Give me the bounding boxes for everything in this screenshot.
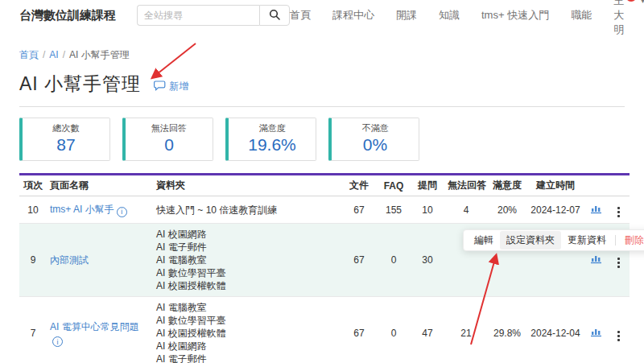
context-menu-item[interactable]: 刪除	[618, 231, 644, 250]
chart-stats-button[interactable]	[590, 327, 602, 337]
table-header-row: 項次頁面名稱資料夾文件FAQ提問無法回答滿意度建立時間	[19, 175, 630, 196]
stat-value: 19.6%	[229, 134, 316, 155]
notification-badge: 2	[625, 0, 637, 2]
nav-item[interactable]: 首頁	[290, 8, 311, 23]
cell-folders: AI 電腦教室AI 數位學習平臺AI 校園授權軟體AI 校園網路AI 電子郵件	[153, 297, 341, 363]
cell-faq: 155	[377, 196, 411, 224]
table-row: 10tms+ AI 小幫手i快速入門 ~ 10 倍速教育訓練6715510420…	[19, 196, 630, 224]
page-name-link[interactable]: 內部測試	[50, 254, 89, 266]
table-row: 7AI 電算中心常見問題iAI 電腦教室AI 數位學習平臺AI 校園授權軟體AI…	[19, 297, 630, 363]
chat-bubble-icon	[154, 80, 166, 93]
column-header: 提問	[411, 175, 444, 196]
stat-card: 總次數87	[19, 118, 110, 161]
breadcrumb: 首頁/AI/AI 小幫手管理	[19, 48, 625, 62]
nav-item[interactable]: 開課	[396, 8, 417, 23]
chart-stats-button[interactable]	[590, 254, 602, 264]
column-header: 建立時間	[526, 175, 584, 196]
row-menu-button[interactable]	[614, 329, 623, 343]
folder-name: AI 電腦教室	[156, 254, 338, 266]
stat-card: 滿意度19.6%	[225, 118, 316, 161]
site-search	[137, 5, 290, 26]
folder-name: AI 校園網路	[156, 228, 338, 241]
breadcrumb-link[interactable]: 首頁	[19, 49, 39, 60]
stat-card: 無法回答0	[122, 118, 213, 161]
column-header: 滿意度	[488, 175, 526, 196]
cell-index: 7	[19, 297, 47, 363]
nav-item[interactable]: tms+ 快速入門	[481, 8, 549, 23]
page-title: AI 小幫手管理	[19, 72, 141, 97]
assistant-table-wrap: 項次頁面名稱資料夾文件FAQ提問無法回答滿意度建立時間 10tms+ AI 小幫…	[19, 173, 630, 363]
cell-questions: 10	[411, 196, 444, 224]
cell-chart	[584, 297, 607, 363]
stat-label: 滿意度	[229, 122, 316, 134]
context-menu-item[interactable]: 設定資料夾	[500, 231, 561, 250]
breadcrumb-current: AI 小幫手管理	[69, 49, 130, 60]
column-header: 項次	[19, 175, 47, 196]
row-menu-button[interactable]	[614, 256, 623, 270]
cell-questions: 47	[411, 297, 444, 363]
nav-item[interactable]: 知識	[439, 8, 460, 23]
cell-index: 10	[19, 196, 47, 224]
info-icon[interactable]: i	[52, 336, 63, 347]
cell-page-name: 內部測試	[47, 224, 153, 297]
folder-name: AI 數位學習平臺	[156, 266, 338, 279]
page-name-link[interactable]: AI 電算中心常見問題	[50, 321, 139, 332]
folder-name: 快速入門 ~ 10 倍速教育訓練	[156, 204, 338, 217]
user-name: 王大明	[613, 0, 624, 37]
cell-menu	[607, 196, 630, 224]
folder-name: AI 電腦教室	[156, 301, 338, 314]
cell-faq: 0	[377, 297, 411, 363]
cell-menu	[607, 297, 630, 363]
row-context-menu: 編輯設定資料夾更新資料刪除	[463, 229, 644, 251]
breadcrumb-link[interactable]: AI	[49, 49, 58, 60]
stat-value: 0%	[332, 134, 419, 155]
chart-stats-button[interactable]	[590, 204, 602, 214]
cell-index: 9	[19, 224, 47, 297]
folder-name: AI 校園授權軟體	[156, 279, 338, 292]
column-header: 頁面名稱	[47, 175, 153, 196]
context-menu-item[interactable]: 更新資料	[561, 231, 613, 250]
column-header	[607, 175, 630, 196]
info-icon[interactable]: i	[117, 207, 127, 217]
breadcrumb-separator: /	[43, 49, 45, 60]
cell-docs: 67	[341, 224, 377, 297]
folder-name: AI 數位學習平臺	[156, 314, 338, 327]
brand-logo[interactable]: 台灣數位訓練課程	[19, 8, 116, 23]
row-menu-button[interactable]	[614, 205, 623, 219]
column-header: 資料夾	[153, 175, 341, 196]
cell-created: 2024-12-07	[526, 196, 584, 224]
context-menu-item[interactable]: 編輯	[468, 231, 500, 250]
stat-value: 0	[126, 134, 213, 155]
stats-row: 總次數87無法回答0滿意度19.6%不滿意0%	[19, 118, 625, 161]
folder-name: AI 電子郵件	[156, 353, 338, 363]
breadcrumb-separator: /	[63, 49, 65, 60]
folder-name: AI 校園授權軟體	[156, 327, 338, 340]
search-input[interactable]	[137, 5, 259, 26]
stat-card: 不滿意0%	[328, 118, 419, 161]
folder-name: AI 校園網路	[156, 340, 338, 353]
cell-created: 2024-12-04	[526, 297, 584, 363]
nav-item[interactable]: 課程中心	[332, 8, 374, 23]
folder-name: AI 電子郵件	[156, 241, 338, 254]
page-name-link[interactable]: tms+ AI 小幫手	[50, 204, 114, 215]
cell-unanswered: 4	[444, 196, 488, 224]
cell-folders: AI 校園網路AI 電子郵件AI 電腦教室AI 數位學習平臺AI 校園授權軟體	[153, 224, 341, 297]
search-button[interactable]	[259, 5, 290, 26]
cell-docs: 67	[341, 297, 377, 363]
cell-questions: 30	[411, 224, 444, 297]
column-header	[584, 175, 607, 196]
stat-label: 無法回答	[126, 122, 213, 134]
add-assistant-button[interactable]: 新增	[154, 80, 188, 93]
cell-chart	[584, 196, 607, 224]
nav-item[interactable]: 職能	[571, 8, 592, 23]
cell-page-name: AI 電算中心常見問題i	[47, 297, 153, 363]
cell-docs: 67	[341, 196, 377, 224]
cell-page-name: tms+ AI 小幫手i	[47, 196, 153, 224]
stat-value: 87	[23, 134, 109, 155]
stat-label: 總次數	[23, 122, 109, 134]
column-header: 無法回答	[444, 175, 488, 196]
cell-satisfaction: 20%	[488, 196, 526, 224]
user-menu[interactable]: 王大明 2 ▾	[613, 0, 644, 37]
column-header: 文件	[341, 175, 377, 196]
stat-label: 不滿意	[332, 122, 419, 134]
